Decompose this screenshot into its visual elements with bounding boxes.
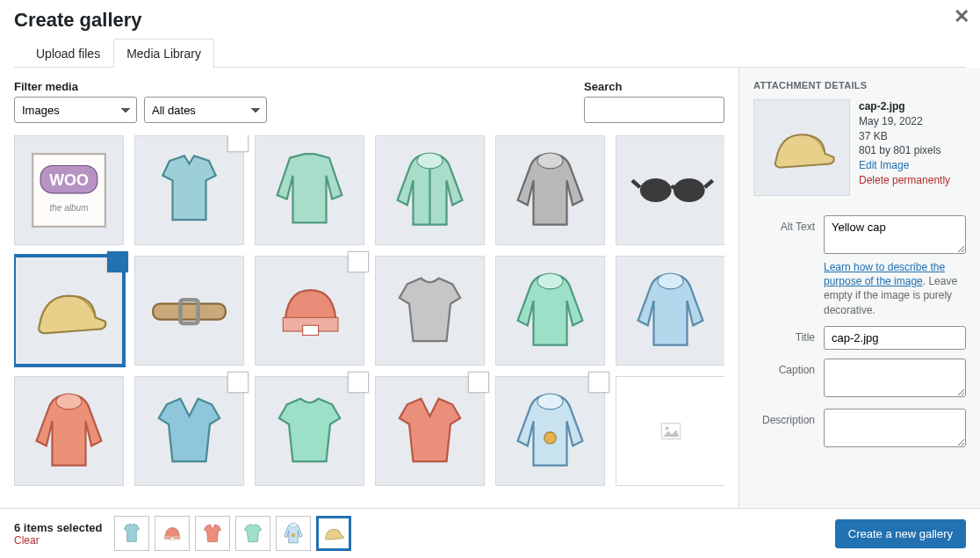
search-input[interactable] bbox=[584, 97, 724, 123]
clear-selection-link[interactable]: Clear bbox=[14, 534, 102, 547]
check-icon[interactable] bbox=[227, 135, 249, 152]
modal-header: Create gallery ✕ Upload files Media Libr… bbox=[0, 0, 980, 68]
check-icon[interactable] bbox=[227, 372, 249, 393]
tabs: Upload files Media Library bbox=[14, 39, 966, 68]
tab-media-library[interactable]: Media Library bbox=[113, 39, 214, 68]
check-icon[interactable] bbox=[348, 372, 369, 393]
create-gallery-button[interactable]: Create a new gallery bbox=[835, 519, 966, 548]
media-item-hoodie-logo-blue[interactable] bbox=[495, 376, 605, 486]
attachment-details-heading: ATTACHMENT DETAILS bbox=[753, 80, 966, 91]
tray-item-cap-yellow[interactable] bbox=[316, 516, 351, 551]
modal-footer: 6 items selected Clear Create a new gall… bbox=[0, 508, 980, 558]
description-label: Description bbox=[753, 409, 815, 426]
media-item-beanie-orange[interactable] bbox=[255, 256, 364, 366]
title-label: Title bbox=[753, 326, 815, 344]
modal-title: Create gallery bbox=[14, 9, 966, 32]
description-input[interactable] bbox=[824, 409, 966, 447]
media-item-hoodie-gray[interactable] bbox=[495, 135, 605, 245]
selection-tray bbox=[114, 516, 351, 551]
tray-item-polo-blue[interactable] bbox=[114, 516, 149, 551]
close-icon[interactable]: ✕ bbox=[954, 5, 969, 28]
filter-media-label: Filter media bbox=[14, 80, 267, 93]
attachment-dimensions: 801 by 801 pixels bbox=[859, 143, 966, 158]
attachment-thumbnail bbox=[753, 99, 850, 196]
check-icon[interactable] bbox=[348, 251, 369, 272]
attachment-date: May 19, 2022 bbox=[859, 114, 966, 129]
media-item-tshirt-green[interactable] bbox=[255, 376, 364, 486]
media-item-sunglasses[interactable] bbox=[616, 135, 724, 245]
check-icon[interactable] bbox=[107, 251, 128, 272]
attachment-filename: cap-2.jpg bbox=[859, 99, 966, 114]
media-item-longsleeve-green[interactable] bbox=[255, 135, 364, 245]
selected-count: 6 items selected bbox=[14, 521, 102, 534]
edit-image-link[interactable]: Edit Image bbox=[859, 158, 909, 173]
tab-upload-files[interactable]: Upload files bbox=[23, 39, 113, 68]
delete-permanently-link[interactable]: Delete permanently bbox=[859, 173, 950, 188]
media-item-vneck-red[interactable] bbox=[375, 376, 485, 486]
media-item-tshirt-gray[interactable] bbox=[375, 256, 485, 366]
tray-item-vneck-red[interactable] bbox=[195, 516, 230, 551]
alt-text-help: Learn how to describe the purpose of the… bbox=[824, 260, 966, 317]
check-icon[interactable] bbox=[468, 372, 489, 393]
media-item-cap-yellow[interactable] bbox=[14, 256, 124, 366]
caption-input[interactable] bbox=[824, 359, 966, 397]
media-item-hoodie-blue[interactable] bbox=[616, 256, 724, 366]
media-item-polo-blue[interactable] bbox=[134, 135, 244, 245]
media-item-belt[interactable] bbox=[134, 256, 244, 366]
alt-text-input[interactable] bbox=[824, 215, 966, 254]
filter-date-select[interactable]: All dates bbox=[144, 97, 267, 123]
tray-item-tshirt-green[interactable] bbox=[235, 516, 270, 551]
check-icon[interactable] bbox=[588, 372, 609, 393]
media-item-vneck-blue[interactable] bbox=[134, 376, 244, 486]
attachment-details-panel: ATTACHMENT DETAILS cap-2.jpg May 19, 202… bbox=[739, 68, 980, 508]
media-grid bbox=[14, 135, 724, 508]
alt-text-label: Alt Text bbox=[753, 215, 815, 233]
media-item-hoodie-orange[interactable] bbox=[14, 376, 124, 486]
media-item-placeholder[interactable] bbox=[616, 376, 724, 486]
filter-type-select[interactable]: Images bbox=[14, 97, 137, 123]
tray-item-hoodie-logo-blue[interactable] bbox=[276, 516, 311, 551]
media-item-hoodie-zip-green[interactable] bbox=[375, 135, 485, 245]
title-input[interactable] bbox=[824, 326, 966, 350]
media-item-woo[interactable] bbox=[14, 135, 124, 245]
attachment-size: 37 KB bbox=[859, 129, 966, 144]
filter-bar: Filter media Images All dates Search bbox=[14, 80, 724, 123]
media-item-hoodie-green[interactable] bbox=[495, 256, 605, 366]
search-label: Search bbox=[584, 80, 724, 93]
caption-label: Caption bbox=[753, 359, 815, 376]
tray-item-beanie-orange[interactable] bbox=[155, 516, 190, 551]
